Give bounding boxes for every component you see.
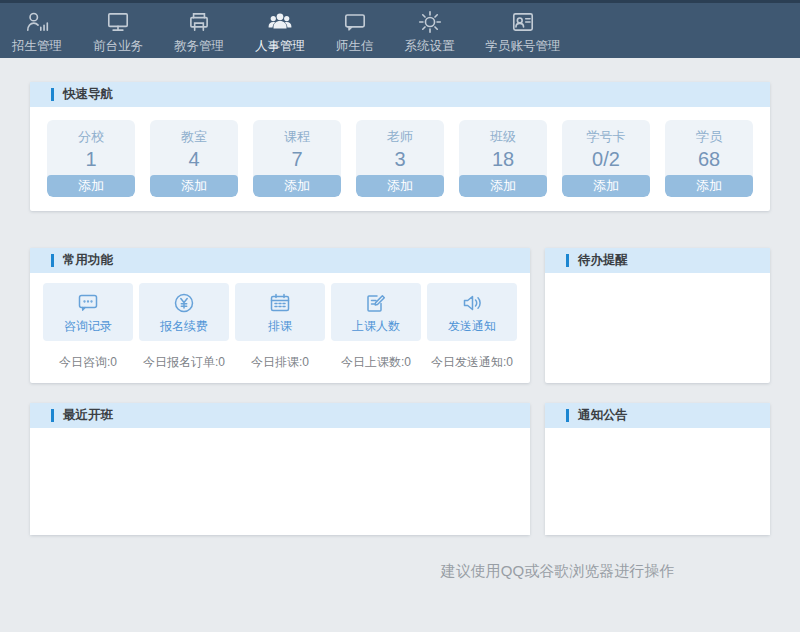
add-student-button[interactable]: 添加 — [665, 175, 753, 197]
edit-list-icon — [364, 290, 388, 316]
quick-card-course: 课程 7 添加 — [253, 120, 341, 197]
calendar-icon — [268, 290, 292, 316]
function-label: 排课 — [268, 318, 292, 335]
quick-card-branch: 分校 1 添加 — [47, 120, 135, 197]
function-enroll-renew: 报名续费 今日报名订单:0 — [139, 283, 229, 383]
recent-classes-header: 最近开班 — [30, 403, 530, 428]
quick-card-value: 0/2 — [562, 146, 650, 175]
todo-reminders-panel: 待办提醒 — [545, 248, 770, 383]
quick-card-label: 课程 — [253, 120, 341, 146]
add-branch-button[interactable]: 添加 — [47, 175, 135, 197]
panel-title: 快速导航 — [63, 86, 113, 103]
quick-card-value: 7 — [253, 146, 341, 175]
chat-bubble-icon — [342, 9, 368, 35]
nav-item-label: 人事管理 — [255, 38, 305, 55]
people-group-icon — [267, 9, 293, 35]
quick-card-label: 老师 — [356, 120, 444, 146]
function-send-notice: 发送通知 今日发送通知:0 — [427, 283, 517, 383]
quick-card-value: 1 — [47, 146, 135, 175]
quick-card-class: 班级 18 添加 — [459, 120, 547, 197]
todo-reminders-header: 待办提醒 — [545, 248, 770, 273]
quick-card-label: 分校 — [47, 120, 135, 146]
quick-card-student: 学员 68 添加 — [665, 120, 753, 197]
speaker-icon — [460, 290, 484, 316]
yuan-circle-icon — [172, 290, 196, 316]
attendance-button[interactable]: 上课人数 — [331, 283, 421, 341]
recent-classes-panel: 最近开班 — [30, 403, 530, 535]
notice-body — [545, 428, 770, 535]
send-notice-button[interactable]: 发送通知 — [427, 283, 517, 341]
quick-card-value: 18 — [459, 146, 547, 175]
monitor-icon — [105, 9, 131, 35]
quick-card-value: 68 — [665, 146, 753, 175]
panel-title: 待办提醒 — [578, 252, 628, 269]
quick-card-value: 4 — [150, 146, 238, 175]
add-teacher-button[interactable]: 添加 — [356, 175, 444, 197]
nav-item-academic[interactable]: 教务管理 — [172, 7, 226, 55]
quick-nav-body: 分校 1 添加 教室 4 添加 课程 7 添加 老师 3 添加 班级 1 — [30, 107, 770, 211]
common-functions-header: 常用功能 — [30, 248, 530, 273]
add-course-button[interactable]: 添加 — [253, 175, 341, 197]
nav-item-admissions[interactable]: 招生管理 — [10, 7, 64, 55]
panel-title: 通知公告 — [578, 407, 628, 424]
top-navigation-bar: 招生管理 前台业务 教务管理 — [0, 0, 800, 58]
function-label: 咨询记录 — [64, 318, 112, 335]
notice-header: 通知公告 — [545, 403, 770, 428]
function-label: 报名续费 — [160, 318, 208, 335]
printer-icon — [186, 9, 212, 35]
accent-bar — [566, 254, 569, 267]
add-class-button[interactable]: 添加 — [459, 175, 547, 197]
person-stats-icon — [24, 9, 50, 35]
nav-item-messages[interactable]: 师生信 — [334, 7, 376, 55]
consult-records-button[interactable]: 咨询记录 — [43, 283, 133, 341]
function-attendance: 上课人数 今日上课数:0 — [331, 283, 421, 383]
nav-item-label: 系统设置 — [405, 38, 455, 55]
notice-panel: 通知公告 — [545, 403, 770, 535]
function-label: 上课人数 — [352, 318, 400, 335]
add-student-card-button[interactable]: 添加 — [562, 175, 650, 197]
gear-icon — [417, 9, 443, 35]
panel-title: 最近开班 — [63, 407, 113, 424]
chat-dots-icon — [76, 290, 100, 316]
quick-nav-header: 快速导航 — [30, 82, 770, 107]
nav-item-frontdesk[interactable]: 前台业务 — [91, 7, 145, 55]
enroll-renew-button[interactable]: 报名续费 — [139, 283, 229, 341]
accent-bar — [51, 409, 54, 422]
function-consult-records: 咨询记录 今日咨询:0 — [43, 283, 133, 383]
function-stat: 今日咨询:0 — [59, 354, 117, 383]
nav-item-label: 教务管理 — [174, 38, 224, 55]
todo-reminders-body — [545, 273, 770, 380]
function-stat: 今日上课数:0 — [341, 354, 411, 383]
quick-card-label: 学号卡 — [562, 120, 650, 146]
browser-tip-text: 建议使用QQ或谷歌浏览器进行操作 — [30, 562, 770, 581]
nav-item-settings[interactable]: 系统设置 — [403, 7, 457, 55]
function-label: 发送通知 — [448, 318, 496, 335]
recent-classes-body — [30, 428, 530, 535]
add-classroom-button[interactable]: 添加 — [150, 175, 238, 197]
nav-item-label: 师生信 — [336, 38, 374, 55]
function-stat: 今日发送通知:0 — [431, 354, 513, 383]
nav-item-personnel[interactable]: 人事管理 — [253, 7, 307, 55]
quick-card-student-card: 学号卡 0/2 添加 — [562, 120, 650, 197]
nav-item-label: 招生管理 — [12, 38, 62, 55]
accent-bar — [51, 254, 54, 267]
nav-item-label: 学员账号管理 — [486, 38, 561, 55]
function-schedule: 排课 今日排课:0 — [235, 283, 325, 383]
common-functions-body: 咨询记录 今日咨询:0 报名续费 今日报名订单:0 — [30, 273, 530, 383]
quick-card-label: 班级 — [459, 120, 547, 146]
quick-card-value: 3 — [356, 146, 444, 175]
function-stat: 今日报名订单:0 — [143, 354, 225, 383]
nav-item-student-accounts[interactable]: 学员账号管理 — [484, 7, 563, 55]
quick-card-label: 学员 — [665, 120, 753, 146]
function-stat: 今日排课:0 — [251, 354, 309, 383]
accent-bar — [51, 88, 54, 101]
quick-card-classroom: 教室 4 添加 — [150, 120, 238, 197]
quick-card-teacher: 老师 3 添加 — [356, 120, 444, 197]
panel-title: 常用功能 — [63, 252, 113, 269]
nav-item-label: 前台业务 — [93, 38, 143, 55]
common-functions-panel: 常用功能 咨询记录 — [30, 248, 530, 383]
quick-card-label: 教室 — [150, 120, 238, 146]
quick-nav-panel: 快速导航 分校 1 添加 教室 4 添加 课程 7 添加 老师 3 添加 — [30, 82, 770, 211]
id-card-icon — [510, 9, 536, 35]
schedule-button[interactable]: 排课 — [235, 283, 325, 341]
